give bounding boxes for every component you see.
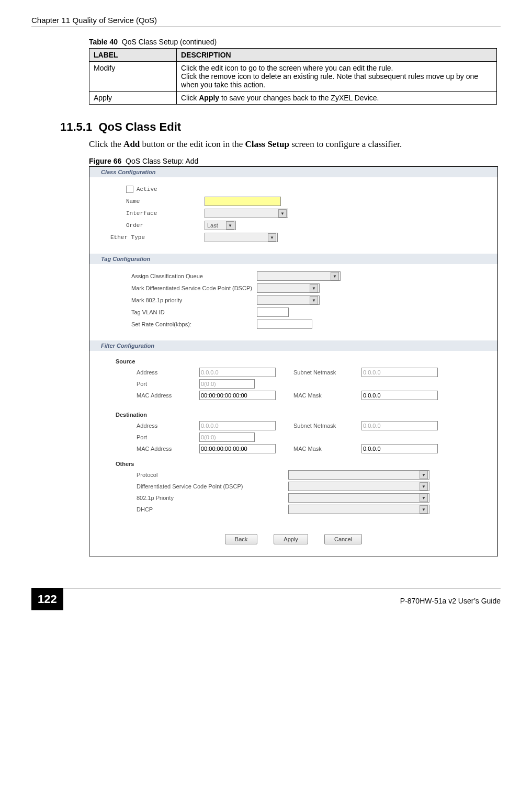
row-apply-label: Apply <box>89 92 177 105</box>
others-dhcp-label: DHCP <box>137 506 288 513</box>
apply-button[interactable]: Apply <box>274 534 308 544</box>
figure-caption-text: QoS Class Setup: Add <box>126 157 198 165</box>
dst-address-input[interactable] <box>199 421 276 430</box>
section-num: 11.5.1 <box>60 120 92 133</box>
row-modify-desc: Click the edit icon to go to the screen … <box>177 62 497 92</box>
section-body: Click the Add button or the edit icon in… <box>89 139 497 150</box>
order-value: Last <box>207 222 218 229</box>
src-macmask-label: MAC Mask <box>293 392 356 398</box>
row-modify-desc2: Click the remove icon to delete an exist… <box>181 72 478 89</box>
name-input[interactable] <box>205 197 281 206</box>
src-port-input[interactable] <box>199 379 255 389</box>
interface-select[interactable]: ▼ <box>205 209 288 218</box>
dst-port-input[interactable] <box>199 432 255 442</box>
row-modify-label: Modify <box>89 62 177 92</box>
table-caption-text: QoS Class Setup (continued) <box>122 38 217 46</box>
th-desc: DESCRIPTION <box>177 49 497 62</box>
name-label: Name <box>126 198 205 204</box>
ether-type-label: Ether Type <box>110 234 205 241</box>
protocol-label: Protocol <box>137 472 288 478</box>
section-heading: 11.5.1 QoS Class Edit <box>60 120 501 134</box>
src-port-label: Port <box>137 381 194 387</box>
others-dscp-select[interactable]: ▼ <box>288 482 429 491</box>
others-heading: Others <box>116 461 482 467</box>
others-dscp-label: Differentiated Service Code Point (DSCP) <box>137 483 288 489</box>
dst-address-label: Address <box>137 423 194 429</box>
order-label: Order <box>126 222 205 229</box>
page-number: 122 <box>31 588 63 610</box>
th-label: LABEL <box>89 49 177 62</box>
dscp-select[interactable]: ▼ <box>257 283 320 293</box>
dst-macmask-input[interactable] <box>361 444 438 453</box>
back-button[interactable]: Back <box>225 534 257 544</box>
chevron-down-icon: ▼ <box>310 284 318 292</box>
chevron-down-icon: ▼ <box>331 272 339 280</box>
others-8021p-select[interactable]: ▼ <box>288 493 429 503</box>
body-bold1: Add <box>123 139 140 149</box>
src-subnet-label: Subnet Netmask <box>293 369 356 375</box>
chevron-down-icon: ▼ <box>310 296 318 304</box>
src-mac-input[interactable] <box>199 391 276 400</box>
chevron-down-icon: ▼ <box>420 482 428 491</box>
chevron-down-icon: ▼ <box>268 233 276 242</box>
destination-heading: Destination <box>116 412 482 418</box>
src-address-label: Address <box>137 369 194 375</box>
figure-caption: Figure 66 QoS Class Setup: Add <box>89 157 501 165</box>
tag-vlan-label: Tag VLAN ID <box>131 309 257 315</box>
mark-8021p-select[interactable]: ▼ <box>257 295 320 305</box>
mark-8021p-label: Mark 802.1p priority <box>131 297 257 303</box>
source-heading: Source <box>116 358 482 365</box>
src-macmask-input[interactable] <box>361 391 438 400</box>
chevron-down-icon: ▼ <box>420 471 428 479</box>
table-caption-num: Table 40 <box>89 38 118 46</box>
row-modify-desc1: Click the edit icon to go to the screen … <box>181 64 393 72</box>
src-address-input[interactable] <box>199 368 276 377</box>
dst-port-label: Port <box>137 434 194 440</box>
dst-mac-label: MAC Address <box>137 446 194 452</box>
dst-subnet-label: Subnet Netmask <box>293 423 356 429</box>
table-40: Table 40 QoS Class Setup (continued) LAB… <box>89 38 497 105</box>
body-bold2: Class Setup <box>245 139 289 149</box>
rate-input[interactable] <box>257 320 312 329</box>
row-apply-desc: Click Apply to save your changes back to… <box>177 92 497 105</box>
class-config-bar: Class Configuration <box>89 167 497 177</box>
dst-subnet-input[interactable] <box>361 421 438 430</box>
tag-vlan-input[interactable] <box>257 308 289 317</box>
assign-queue-label: Assign Classification Queue <box>131 273 257 279</box>
footer-guide: P-870HW-51a v2 User’s Guide <box>400 594 501 605</box>
ether-type-select[interactable]: ▼ <box>205 233 278 242</box>
chevron-down-icon: ▼ <box>420 505 428 514</box>
body-mid: button or the edit icon in the <box>140 139 245 149</box>
figure-caption-num: Figure 66 <box>89 157 121 165</box>
protocol-select[interactable]: ▼ <box>288 470 429 480</box>
others-8021p-label: 802.1p Priority <box>137 495 288 501</box>
dst-macmask-label: MAC Mask <box>293 446 356 452</box>
chapter-header: Chapter 11 Quality of Service (QoS) <box>31 16 501 27</box>
chevron-down-icon: ▼ <box>226 221 234 230</box>
chevron-down-icon: ▼ <box>278 209 287 218</box>
dscp-label: Mark Differentiated Service Code Point (… <box>131 285 257 291</box>
body-pre: Click the <box>89 139 123 149</box>
order-select[interactable]: Last▼ <box>205 221 236 230</box>
src-mac-label: MAC Address <box>137 392 194 398</box>
assign-queue-select[interactable]: ▼ <box>257 271 341 281</box>
interface-label: Interface <box>126 210 205 217</box>
active-checkbox[interactable] <box>126 186 133 193</box>
filter-config-bar: Filter Configuration <box>89 340 497 351</box>
rate-label: Set Rate Control(kbps): <box>131 321 257 327</box>
section-title: QoS Class Edit <box>98 120 181 133</box>
src-subnet-input[interactable] <box>361 368 438 377</box>
body-post: screen to configure a classifier. <box>289 139 402 149</box>
active-label: Active <box>137 186 157 192</box>
chevron-down-icon: ▼ <box>420 494 428 502</box>
cancel-button[interactable]: Cancel <box>324 534 362 544</box>
table-caption: Table 40 QoS Class Setup (continued) <box>89 38 497 48</box>
tag-config-bar: Tag Configuration <box>89 254 497 264</box>
qos-class-setup-screenshot: Class Configuration Active Name Interfac… <box>89 166 498 556</box>
others-dhcp-select[interactable]: ▼ <box>288 505 429 514</box>
dst-mac-input[interactable] <box>199 444 276 453</box>
